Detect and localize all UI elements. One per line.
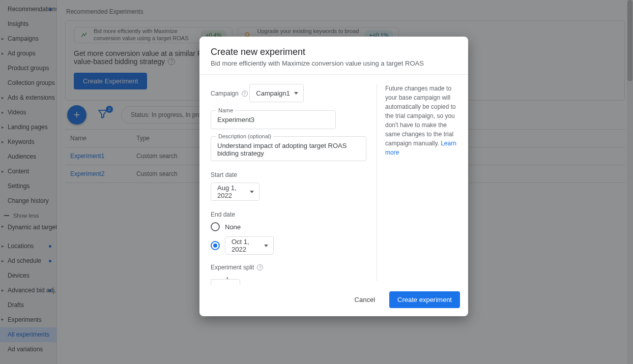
campaign-value: Campaign1 [256,89,290,97]
end-date-none-row: None [211,222,366,231]
form-column: Campaign ? Campaign1 Name Description (o… [211,84,366,281]
name-field: Name [211,110,336,129]
end-date-value: Oct 1, 2022 [232,238,260,253]
cancel-button[interactable]: Cancel [348,291,382,308]
modal-footer: Cancel Create experiment [199,285,468,316]
modal-header: Create new experiment Bid more efficient… [199,37,468,75]
end-date-specific-row: Oct 1, 2022 [211,236,366,255]
start-date-label: Start date [211,171,366,178]
chevron-down-icon [250,191,254,193]
name-label: Name [216,107,235,113]
split-label-row: Experiment split ? [211,264,263,271]
modal-body: Campaign ? Campaign1 Name Description (o… [199,75,468,285]
modal-title: Create new experiment [211,47,457,57]
end-date-none-label: None [225,223,241,231]
end-date-specific-radio[interactable] [211,241,220,250]
end-date-none-radio[interactable] [211,222,220,231]
chevron-down-icon [294,92,298,95]
campaign-select[interactable]: Campaign1 [249,84,304,102]
modal-subtitle: Bid more efficiently with Maximize conve… [211,59,457,67]
start-date-select[interactable]: Aug 1, 2022 [211,183,260,201]
info-text: Future changes made to your base campaig… [385,85,456,147]
split-field [211,279,240,285]
create-experiment-modal: Create new experiment Bid more efficient… [199,37,468,316]
create-experiment-submit-button[interactable]: Create experiment [389,291,460,308]
split-label: Experiment split [211,264,254,271]
description-label: Description (optional) [216,133,273,139]
campaign-label: Campaign ? [211,90,248,97]
info-column: Future changes made to your base campaig… [377,84,457,281]
end-date-label: End date [211,211,366,218]
help-icon[interactable]: ? [242,90,248,97]
chevron-down-icon [264,245,268,247]
split-input[interactable] [211,281,240,285]
help-icon[interactable]: ? [257,264,263,270]
description-field: Description (optional) Understand impact… [211,136,366,161]
end-date-select[interactable]: Oct 1, 2022 [225,236,274,255]
start-date-value: Aug 1, 2022 [217,184,246,199]
description-input[interactable]: Understand impact of adopting target ROA… [211,137,366,159]
name-input[interactable] [211,111,335,129]
